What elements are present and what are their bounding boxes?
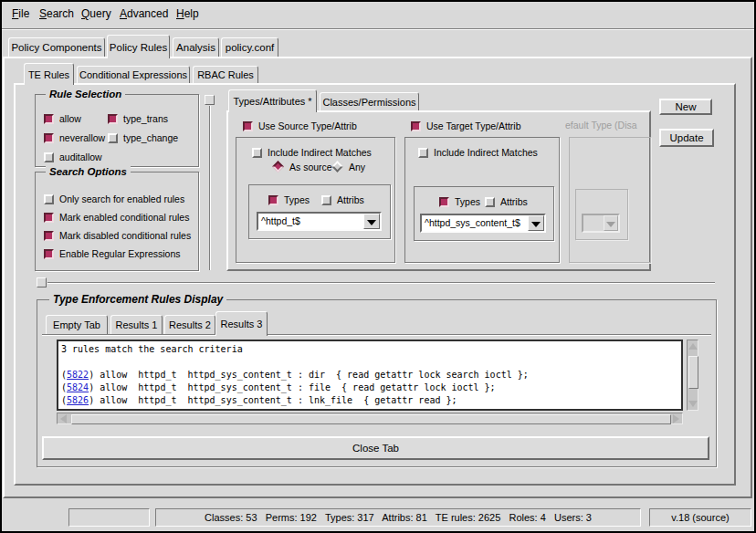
checkbox-type-change-label: type_change [123, 132, 178, 144]
target-type-combo-value[interactable]: ^httpd_sys_content_t$ [425, 217, 520, 228]
subtab-rbac-rules[interactable]: RBAC Rules [193, 66, 258, 83]
checkbox-only-enabled[interactable] [44, 194, 54, 204]
tab-label: Policy Components [11, 42, 101, 53]
checkbox-mark-disabled-label: Mark disabled conditional rules [59, 230, 191, 242]
rule-link[interactable]: 5822 [67, 370, 89, 380]
scrollbar-thumb[interactable] [71, 414, 671, 424]
chevron-down-icon [531, 222, 541, 227]
source-type-combo-value[interactable]: ^httpd_t$ [261, 215, 300, 226]
default-type-combo [582, 214, 620, 233]
tab-label: Policy Rules [110, 42, 167, 53]
scroll-left-arrow-icon[interactable] [60, 414, 67, 423]
checkbox-allow-label: allow [59, 113, 81, 125]
rule-link[interactable]: 5826 [67, 395, 89, 405]
tab-label: Empty Tab [53, 319, 100, 330]
checkbox-source-attribs[interactable] [321, 195, 331, 205]
status-box-left [68, 508, 150, 527]
resulttab-empty[interactable]: Empty Tab [46, 315, 108, 334]
menu-file[interactable]: File [12, 6, 29, 21]
scroll-right-arrow-icon[interactable] [673, 414, 679, 423]
close-tab-button[interactable]: Close Tab [42, 436, 709, 460]
checkbox-use-target-label: Use Target Type/Attrib [426, 120, 521, 132]
checkbox-source-attribs-label: Attribs [337, 194, 364, 206]
menu-advanced[interactable]: Advanced [120, 6, 168, 21]
scrollbar-thumb[interactable] [688, 356, 698, 389]
horizontal-sash-handle[interactable] [37, 277, 47, 287]
tab-label: Classes/Permissions [322, 97, 415, 108]
checkbox-source-indirect-label: Include Indirect Matches [268, 147, 372, 159]
tab-label: TE Rules [28, 69, 69, 80]
results-title: Type Enforcement Rules Display [49, 294, 226, 305]
checkbox-neverallow[interactable] [44, 133, 54, 143]
status-version: v.18 (source) [671, 512, 729, 523]
tab-analysis[interactable]: Analysis [173, 37, 219, 57]
scroll-down-arrow-icon[interactable] [688, 401, 698, 407]
default-type-label: efault Type (Disa [565, 120, 650, 131]
results-rule-line: (5824) allow httpd_t httpd_sys_content_t… [61, 381, 678, 394]
new-button[interactable]: New [659, 99, 712, 115]
tab-label: policy.conf [226, 42, 274, 53]
results-vertical-scrollbar[interactable] [687, 340, 698, 411]
checkbox-target-indirect[interactable] [418, 148, 428, 158]
rule-link[interactable]: 5824 [67, 382, 89, 392]
menu-query[interactable]: Query [81, 6, 111, 21]
status-stats-box: Classes: 53 Perms: 192 Types: 317 Attrib… [155, 508, 641, 527]
rule-text: ) allow httpd_t httpd_sys_content_t : fi… [89, 382, 496, 392]
subtab-conditional-expressions[interactable]: Conditional Expressions [77, 66, 190, 83]
tab-label: RBAC Rules [197, 69, 254, 80]
checkbox-source-types[interactable] [268, 195, 278, 205]
vertical-sash[interactable] [209, 106, 211, 270]
tab-policy-conf[interactable]: policy.conf [221, 37, 278, 57]
status-version-box: v.18 (source) [649, 508, 751, 527]
checkbox-target-types[interactable] [439, 197, 449, 207]
update-button[interactable]: Update [659, 129, 714, 147]
results-notebook-edge [42, 334, 711, 336]
menu-help[interactable]: Help [176, 6, 199, 21]
checkbox-type-change[interactable] [108, 133, 118, 143]
checkbox-use-target[interactable] [411, 121, 421, 131]
checkbox-type-trans-label: type_trans [123, 113, 168, 125]
horizontal-sash[interactable] [47, 282, 715, 284]
resulttab-results-3[interactable]: Results 3 [215, 311, 268, 336]
default-type-combo-arrow-button [604, 215, 618, 231]
checkbox-use-source-label: Use Source Type/Attrib [258, 120, 357, 132]
results-horizontal-scrollbar[interactable] [57, 413, 683, 424]
target-type-combo[interactable]: ^httpd_sys_content_t$ [420, 214, 546, 233]
vertical-sash-handle[interactable] [205, 95, 215, 105]
checkbox-only-enabled-label: Only search for enabled rules [59, 193, 184, 205]
source-type-combo[interactable]: ^httpd_t$ [257, 212, 382, 231]
querytab-classes-permissions[interactable]: Classes/Permissions [320, 92, 419, 110]
tab-label: Types/Attributes * [233, 96, 311, 107]
menu-search[interactable]: Search [39, 6, 74, 21]
radio-any-label: Any [349, 162, 365, 173]
tab-label: Results 3 [221, 319, 263, 329]
checkbox-auditallow[interactable] [44, 152, 54, 162]
tab-label: Analysis [176, 42, 215, 53]
resulttab-results-2[interactable]: Results 2 [164, 315, 215, 334]
results-rule-line: (5826) allow httpd_t httpd_sys_content_t… [61, 394, 678, 407]
checkbox-target-attribs[interactable] [485, 197, 495, 207]
checkbox-regex[interactable] [44, 249, 54, 259]
checkbox-type-trans[interactable] [108, 114, 118, 124]
results-output[interactable]: 3 rules match the search criteria (5822)… [57, 340, 683, 411]
checkbox-source-indirect[interactable] [252, 148, 262, 158]
subtab-te-rules[interactable]: TE Rules [24, 63, 74, 85]
checkbox-target-indirect-label: Include Indirect Matches [434, 147, 538, 159]
scroll-up-arrow-icon[interactable] [688, 343, 698, 350]
querytab-types-attributes[interactable]: Types/Attributes * [228, 89, 317, 112]
checkbox-allow[interactable] [44, 114, 54, 124]
checkbox-regex-label: Enable Regular Expressions [59, 248, 181, 260]
tab-label: Results 2 [169, 319, 211, 330]
source-type-combo-arrow-button[interactable] [363, 214, 380, 229]
checkbox-mark-enabled-label: Mark enabled conditional rules [59, 212, 189, 224]
tab-policy-rules[interactable]: Policy Rules [107, 35, 170, 58]
rule-text: ) allow httpd_t httpd_sys_content_t : di… [89, 370, 529, 380]
chevron-down-icon [367, 220, 376, 225]
tab-policy-components[interactable]: Policy Components [8, 37, 105, 57]
status-stats: Classes: 53 Perms: 192 Types: 317 Attrib… [205, 512, 592, 523]
checkbox-mark-enabled[interactable] [44, 213, 54, 223]
target-type-combo-arrow-button[interactable] [528, 215, 544, 231]
checkbox-mark-disabled[interactable] [44, 231, 54, 241]
checkbox-use-source[interactable] [243, 121, 253, 131]
resulttab-results-1[interactable]: Results 1 [110, 315, 163, 334]
